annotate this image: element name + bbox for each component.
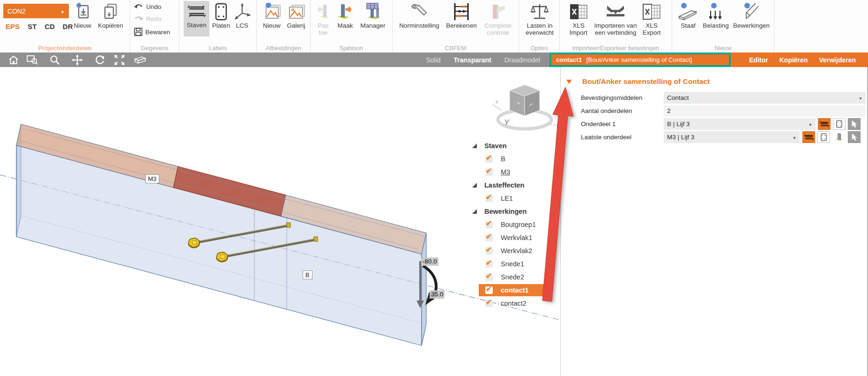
labels-platen-toggle[interactable]: Platen [210,1,232,29]
expander-icon[interactable] [472,183,477,188]
tree-item-label: LE1 [501,195,513,202]
bolt-head[interactable] [188,238,200,248]
copy-label: Kopiëren [98,22,123,29]
mode-solid[interactable]: Solid [426,56,440,64]
pick-anchor-button[interactable] [832,131,845,143]
bolt-head[interactable] [216,252,228,262]
zoom-button[interactable] [49,54,61,66]
new-member-label: Staaf [681,22,696,29]
pan-button[interactable] [71,54,83,66]
pick-plate-button[interactable] [817,131,830,143]
ribbon-group-label: Projectonderdelen [0,45,130,52]
save-button[interactable]: Bewaren [134,28,170,36]
pick-member-button[interactable] [802,131,815,143]
home-view-button[interactable] [7,54,20,66]
member-label-m3[interactable]: M3 [145,174,159,183]
calculate-button[interactable]: Berekenen [444,1,479,29]
copy-object-button[interactable]: Kopiëren [779,56,808,64]
checkbox-checked[interactable] [485,168,493,176]
checkbox-checked[interactable] [485,234,493,241]
checkbox-checked[interactable] [485,260,493,268]
ribbon-group-label: Importeer/Exporteer belastingen [560,45,672,52]
pan-icon [72,54,83,66]
xls-import-button[interactable]: XLS Import [567,1,590,36]
zoom-window-button[interactable] [26,54,38,66]
complete-check-button[interactable]: Complete controle [481,1,515,36]
tab-st[interactable]: ST [28,23,37,30]
checkbox-checked[interactable] [485,155,493,163]
labels-staven-toggle[interactable]: Staven [184,1,209,37]
labels-lcs-label: LCS [236,22,248,29]
member-label-b[interactable]: B [303,271,312,279]
ribbon-group-label: Labels [179,45,256,52]
xls-export-icon [642,1,661,22]
property-label: Aantal onderdelen [581,105,632,117]
tab-cd[interactable]: CD [45,23,55,30]
copy-project-item-button[interactable]: Kopiëren [95,1,126,29]
cursor-icon [851,134,858,141]
checkbox-checked[interactable] [485,286,493,294]
delete-object-button[interactable]: Verwijderen [819,56,856,64]
image-gallery-button[interactable]: Galerij [284,1,308,29]
connection-selector[interactable]: CON2 [3,4,69,18]
loads-in-equilibrium-label: Lasten in evenwicht [524,22,555,36]
code-setup-button[interactable]: Norminstelling [396,1,442,29]
editor-button[interactable]: Editor [749,56,768,64]
labels-lcs-toggle[interactable]: LCS [232,1,252,29]
mode-transparant[interactable]: Transparant [454,56,491,64]
beam-front-face[interactable] [16,145,422,346]
select-in-scene-button[interactable] [848,131,861,143]
bolt-nut [314,237,318,241]
dimension-value-bottom[interactable]: 35.0 [430,290,445,299]
loads-in-equilibrium-toggle[interactable]: Lasten in evenwicht [524,1,555,36]
checkbox-checked[interactable] [485,221,493,228]
beam-right-end-face[interactable] [422,233,426,346]
member-icon [804,134,814,141]
pick-member-button[interactable] [818,118,831,130]
image-new-button[interactable]: Nieuw [260,1,284,29]
checkbox-checked[interactable] [485,195,493,202]
solid-view-button[interactable] [134,54,146,66]
new-project-item-button[interactable]: Nieuw [70,1,95,29]
tab-eps[interactable]: EPS [6,23,20,30]
expander-icon[interactable] [472,209,477,214]
new-member-button[interactable]: Staaf [677,1,699,29]
import-connection-button[interactable]: Importeren van een verbinding [591,1,640,36]
xls-export-button[interactable]: XLS Export [640,1,663,36]
mode-draadmodel[interactable]: Draadmodel [504,56,540,64]
redo-button[interactable]: Redo [134,15,161,23]
zoom-fit-button[interactable] [113,54,126,66]
dropdown-value: M3 | Lijf 3 [667,134,694,141]
dimension-value-top[interactable]: -80.0 [421,257,438,266]
plate-icon [836,120,842,128]
bevestigingsmiddelen-dropdown[interactable]: Contact [664,92,866,104]
selected-object-badge[interactable]: contact1 [Bout/Anker samenstelling of Co… [549,53,731,67]
new-operation-button[interactable]: Bewerkingen [731,1,772,29]
bolt-nut [287,223,290,227]
property-label: Laatste onderdeel [581,131,631,143]
pick-plate-button[interactable] [833,118,846,130]
lcs-axes-icon [233,1,251,22]
aantal-onderdelen-field[interactable]: 2 [664,105,866,117]
tree-item-label: M3 [501,168,510,176]
viewport-3d[interactable]: x Y M3 B -80.0 35.0 Staven B M3 Lasteffe… [0,67,561,376]
template-create-button[interactable]: Maak [334,1,356,29]
laatste-onderdeel-dropdown[interactable]: M3 | Lijf 3 [664,131,800,143]
view-toolbar: Solid Transparant Draadmodel [0,53,561,67]
template-manager-button[interactable]: Manager [357,1,388,29]
properties-panel: Bout/Anker samenstelling of Contact Beve… [561,67,868,376]
select-in-scene-button[interactable] [848,118,861,130]
anchor-column-icon [835,133,843,142]
rotate-button[interactable] [94,54,106,66]
gallery-label: Galerij [287,22,305,29]
new-load-button[interactable]: Belasting [701,1,730,29]
undo-button[interactable]: Undo [134,3,161,10]
expander-icon[interactable] [472,143,477,148]
checkbox-checked[interactable] [485,247,493,255]
property-section-header[interactable]: Bout/Anker samenstelling of Contact [566,77,710,86]
checkbox-checked[interactable] [485,300,493,307]
checkbox-checked[interactable] [485,273,493,281]
template-apply-button[interactable]: Pas toe [313,1,333,36]
onderdeel1-dropdown[interactable]: B | Lijf 3 [664,118,816,130]
render-mode-switch: Solid Transparant Draadmodel [426,53,540,67]
